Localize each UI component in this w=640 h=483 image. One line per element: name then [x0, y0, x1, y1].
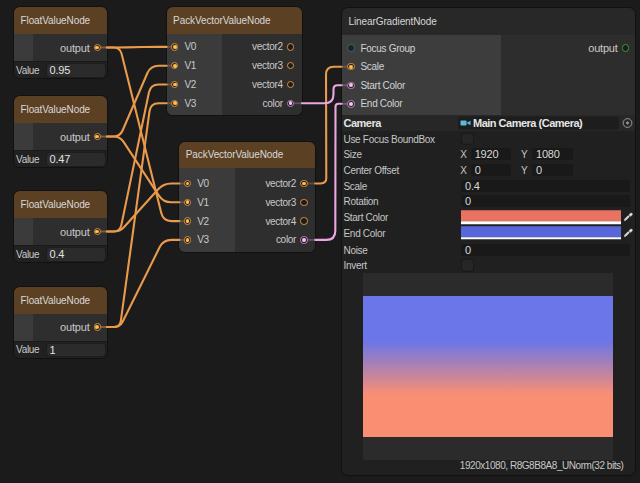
size-x-field[interactable]: 1920 [471, 148, 511, 160]
alpha-bar [461, 237, 621, 240]
port-label: V0 [184, 41, 196, 52]
input-port-scale[interactable] [347, 63, 355, 71]
color-swatch-fill [461, 226, 621, 237]
end-color-label: End Color [344, 227, 386, 238]
output-port-vector2[interactable] [300, 180, 308, 188]
scale-label: Scale [344, 180, 368, 191]
input-column [14, 218, 33, 245]
input-port-row: End Color [342, 95, 502, 114]
output-port-color[interactable] [287, 100, 295, 108]
input-port-v3[interactable] [171, 100, 179, 108]
noise-field[interactable]: 0 [461, 244, 630, 256]
value-field[interactable]: 0.47 [47, 153, 105, 166]
size-y-field[interactable]: 1080 [532, 148, 573, 160]
output-port-vector3[interactable] [287, 62, 295, 70]
linear-gradient-node[interactable]: LinearGradientNode Focus Group Scale Sta… [342, 8, 635, 475]
output-port-row: vector4 [223, 75, 302, 94]
node-body: Focus Group Scale Start Color End Color … [342, 35, 635, 115]
center-offset-x-label: X [460, 165, 466, 176]
size-row: Size X 1920 Y 1080 [342, 146, 635, 162]
value-field[interactable]: 0.4 [47, 248, 105, 261]
rotation-label: Rotation [344, 196, 379, 207]
size-label: Size [344, 149, 362, 160]
port-label: Focus Group [361, 43, 416, 54]
input-column [14, 34, 33, 61]
pack-vector-value-node-1[interactable]: PackVectorValueNode V0 V1 V2 V3 vector2 [167, 7, 302, 115]
output-port-vector3[interactable] [300, 199, 308, 207]
port-label: output [60, 226, 89, 238]
output-port-vector2[interactable] [287, 43, 295, 51]
size-x-label: X [460, 149, 466, 160]
input-port-v0[interactable] [171, 43, 179, 51]
float-value-node-4[interactable]: FloatValueNode output Value 1 [14, 287, 107, 358]
camera-row: Camera Main Camera (Camera) [342, 115, 635, 131]
use-focus-boundbox-label: Use Focus BoundBox [344, 133, 435, 144]
port-label: output [588, 42, 617, 54]
output-port[interactable] [94, 323, 102, 331]
port-label: Start Color [361, 80, 406, 91]
output-port-vector4[interactable] [300, 217, 308, 225]
input-port-row: Focus Group [342, 39, 502, 58]
start-color-swatch[interactable] [461, 210, 621, 224]
node-graph-canvas[interactable]: FloatValueNode output Value 0.95 FloatVa… [0, 0, 640, 483]
center-offset-y-field[interactable]: 0 [532, 164, 573, 176]
node-body: output [14, 218, 107, 245]
start-color-label: Start Color [344, 212, 389, 223]
eyedropper-icon[interactable] [623, 228, 633, 238]
gradient-preview-image [363, 296, 613, 438]
port-label: output [60, 321, 89, 333]
input-port-v0[interactable] [184, 180, 192, 188]
alpha-bar [461, 221, 621, 224]
end-color-swatch[interactable] [461, 226, 621, 240]
eyedropper-icon[interactable] [623, 212, 633, 222]
port-label: V0 [197, 178, 209, 189]
output-port[interactable] [94, 133, 102, 141]
input-port-focus-group[interactable] [347, 44, 355, 52]
port-label: output [60, 131, 89, 143]
node-extension: Value 0.95 [14, 61, 107, 78]
gradient-preview-box [363, 273, 613, 460]
invert-row: Invert [342, 257, 635, 273]
port-label: vector4 [252, 79, 283, 90]
value-field[interactable]: 1 [47, 344, 105, 357]
input-port-end-color[interactable] [347, 100, 355, 108]
float-value-node-3[interactable]: FloatValueNode output Value 0.4 [14, 191, 107, 262]
port-label: V2 [184, 79, 196, 90]
input-port-row: Scale [342, 57, 502, 76]
start-color-row: Start Color [342, 209, 635, 225]
output-port[interactable] [94, 44, 102, 52]
use-focus-boundbox-checkbox[interactable] [462, 133, 473, 144]
input-port-row: V2 [167, 75, 223, 94]
center-offset-y-label: Y [521, 165, 527, 176]
noise-label: Noise [344, 244, 368, 255]
float-value-node-2[interactable]: FloatValueNode output Value 0.47 [14, 96, 107, 167]
input-port-v1[interactable] [184, 199, 192, 207]
output-port-row: vector4 [235, 212, 315, 231]
output-port-color[interactable] [300, 236, 308, 244]
input-port-start-color[interactable] [347, 82, 355, 90]
object-picker-icon[interactable] [622, 117, 633, 128]
rotation-field[interactable]: 0 [461, 195, 630, 207]
value-field[interactable]: 0.95 [47, 64, 105, 77]
output-port-vector4[interactable] [287, 81, 295, 89]
port-label: color [263, 98, 283, 109]
input-port-v1[interactable] [171, 62, 179, 70]
input-port-v3[interactable] [184, 236, 192, 244]
input-port-v2[interactable] [171, 81, 179, 89]
pack-vector-value-node-2[interactable]: PackVectorValueNode V0 V1 V2 V3 vector2 [179, 142, 315, 252]
input-port-v2[interactable] [184, 217, 192, 225]
input-port-row: V0 [179, 174, 235, 193]
value-label: Value [16, 344, 39, 355]
rotation-row: Rotation 0 [342, 194, 635, 210]
input-port-row: V1 [179, 193, 235, 212]
output-port[interactable] [622, 44, 630, 52]
float-value-node-1[interactable]: FloatValueNode output Value 0.95 [14, 7, 107, 78]
center-offset-x-field[interactable]: 0 [471, 164, 511, 176]
invert-checkbox[interactable] [462, 260, 473, 271]
output-port[interactable] [94, 228, 102, 236]
node-title: PackVectorValueNode [179, 142, 315, 169]
output-port-row: output [502, 39, 635, 58]
size-y-label: Y [521, 149, 527, 160]
scale-field[interactable]: 0.4 [461, 180, 630, 192]
camera-object-field[interactable]: Main Camera (Camera) [458, 116, 619, 129]
